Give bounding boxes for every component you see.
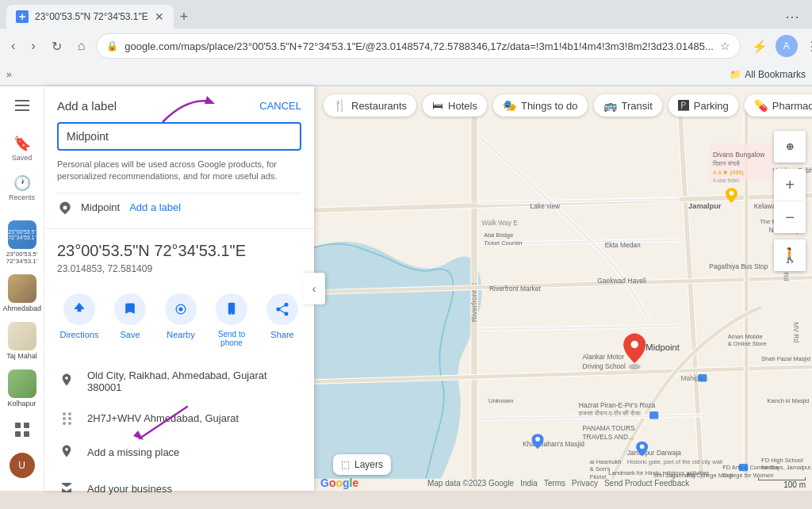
tab-title: 23°00'53.5"N 72°34'53.1"E <box>35 11 148 22</box>
ahmedabad-label: Ahmedabad <box>3 304 41 312</box>
compass-button[interactable]: ⊕ <box>774 131 806 163</box>
browser-chrome: 23°00'53.5"N 72°34'53.1"E ✕ + ⋯ ‹ › ↻ ⌂ … <box>0 0 812 86</box>
saved-place-kolhapur[interactable]: Kolhapur <box>1 366 42 411</box>
map-area[interactable]: Riverfront E <box>314 86 812 491</box>
sidebar-item-saved[interactable]: 🔖 Saved <box>0 130 44 166</box>
address-bar[interactable]: 🔒 google.com/maps/place/23°00'53.5"N+72°… <box>96 33 741 59</box>
send-to-phone-button[interactable]: Send to phone <box>209 293 254 347</box>
zoom-in-button[interactable]: + <box>774 169 806 201</box>
save-icon-circle <box>114 293 146 325</box>
pharmacies-icon: 💊 <box>754 99 768 112</box>
saved-place-ahmedabad[interactable]: Ahmedabad <box>0 271 48 316</box>
svg-text:Aman Mobile: Aman Mobile <box>728 333 763 340</box>
svg-text:4.4 ★ (496): 4.4 ★ (496) <box>713 169 745 176</box>
map-footer: Google Map data ©2023 Google India Terms… <box>314 475 812 491</box>
add-business-item[interactable]: Add your business <box>44 471 314 507</box>
filter-chip-restaurants[interactable]: 🍴 Restaurants <box>324 94 416 117</box>
location-coords-decimal: 23.014853, 72.581409 <box>57 263 301 274</box>
reload-button[interactable]: ↻ <box>47 34 67 59</box>
profile-button[interactable]: A <box>776 35 798 57</box>
menu-button[interactable]: ⋮ <box>801 34 812 59</box>
tajmahal-label: Taj Mahal <box>6 352 37 360</box>
google-logo: Google <box>320 476 358 489</box>
filter-chip-parking[interactable]: 🅿 Parking <box>668 94 738 117</box>
add-business-text: Add your business <box>87 483 172 495</box>
share-icon-circle <box>266 293 298 325</box>
new-tab-button[interactable]: + <box>174 9 195 25</box>
svg-text:Ticket Counter: Ticket Counter <box>484 239 523 247</box>
extensions-button[interactable]: ⚡ <box>747 34 772 59</box>
svg-text:Midpoint: Midpoint <box>645 343 680 352</box>
panel-toggle-button[interactable]: ‹ <box>303 273 325 304</box>
window-minimize-icon[interactable]: ⋯ <box>779 8 806 25</box>
add-business-icon <box>57 480 76 498</box>
parking-icon: 🅿 <box>678 99 689 112</box>
filter-chip-pharmacies[interactable]: 💊 Pharmacies <box>745 94 812 117</box>
avatar-circle: U <box>10 453 35 478</box>
svg-point-11 <box>285 312 289 316</box>
address-bar-row: ‹ › ↻ ⌂ 🔒 google.com/maps/place/23°00'53… <box>0 29 812 63</box>
directions-button[interactable]: Directions <box>57 293 102 347</box>
saved-place-tajmahal[interactable]: Taj Mahal <box>0 319 44 363</box>
add-missing-place-item[interactable]: Add a missing place <box>44 434 314 471</box>
saved-icon: 🔖 <box>13 135 31 152</box>
bookmark-star-icon[interactable]: ☆ <box>720 40 730 52</box>
home-button[interactable]: ⌂ <box>73 34 90 58</box>
tab-close-button[interactable]: ✕ <box>155 10 164 23</box>
hotels-icon: 🛏 <box>432 99 443 112</box>
folder-icon: 📁 <box>730 69 741 80</box>
filter-chip-things-to-do[interactable]: 🎭 Things to do <box>493 94 588 117</box>
location-pin-icon <box>57 373 76 390</box>
nearby-label: Nearby <box>167 330 194 339</box>
street-view-button[interactable]: 🚶 <box>774 239 806 271</box>
map-attribution: Map data ©2023 Google India Terms Privac… <box>427 479 689 488</box>
cancel-button[interactable]: CANCEL <box>259 100 301 112</box>
save-label: Save <box>120 330 140 339</box>
share-icon <box>274 301 290 317</box>
save-button[interactable]: Save <box>108 293 152 347</box>
back-button[interactable]: ‹ <box>6 34 20 58</box>
url-text: google.com/maps/place/23°00'53.5"N+72°34… <box>124 40 714 52</box>
svg-text:Divans Bungalow: Divans Bungalow <box>713 151 765 159</box>
saved-place-coordinates[interactable]: 23°00'53.5' 72°34'53.1' 23°00'53.5' 72°3… <box>0 217 44 268</box>
map-controls: ⊕ + − 🚶 <box>774 131 806 271</box>
svg-point-75 <box>730 191 734 196</box>
zoom-out-button[interactable]: − <box>774 201 806 233</box>
terms-link[interactable]: Terms <box>544 479 565 488</box>
india-text[interactable]: India <box>520 479 538 488</box>
hamburger-menu-button[interactable] <box>6 93 38 118</box>
share-label: Share <box>270 330 293 339</box>
profile-avatar[interactable]: U <box>6 453 38 478</box>
location-info: 23°00'53.5"N 72°34'53.1"E 23.014853, 72.… <box>44 229 314 287</box>
nearby-button[interactable]: Nearby <box>159 293 203 347</box>
svg-point-10 <box>277 307 281 311</box>
share-button[interactable]: Share <box>260 293 304 347</box>
google-apps-button[interactable] <box>6 417 38 442</box>
svg-text:FD Arts & Commerce: FD Arts & Commerce <box>722 464 779 471</box>
svg-text:Hazrat Piran-E-Pir's Roza: Hazrat Piran-E-Pir's Roza <box>579 401 656 409</box>
dialog-title: Add a label <box>57 99 117 113</box>
filter-bar: 🍴 Restaurants 🛏 Hotels 🎭 Things to do 🚌 … <box>314 86 812 124</box>
svg-text:& Son's: & Son's <box>590 465 611 473</box>
svg-text:Jamalpur Darwaja: Jamalpur Darwaja <box>627 449 681 457</box>
kolhapur-thumbnail <box>8 369 36 398</box>
send-feedback-link[interactable]: Send Product Feedback <box>604 479 689 488</box>
layers-icon: ⬚ <box>341 459 350 470</box>
label-input[interactable] <box>57 122 301 151</box>
all-bookmarks-label[interactable]: 📁 All Bookmarks <box>730 69 806 80</box>
svg-text:Khan Jahan's Masjid: Khan Jahan's Masjid <box>523 440 584 448</box>
active-tab[interactable]: 23°00'53.5"N 72°34'53.1"E ✕ <box>6 5 174 29</box>
svg-rect-3 <box>24 431 29 437</box>
svg-text:Driving School: Driving School <box>582 362 626 370</box>
filter-chip-transit[interactable]: 🚌 Transit <box>594 94 662 117</box>
svg-rect-2 <box>15 431 21 437</box>
privacy-link[interactable]: Privacy <box>572 479 598 488</box>
forward-button[interactable]: › <box>26 34 40 58</box>
svg-point-9 <box>285 302 289 306</box>
add-label-link[interactable]: Add a label <box>129 201 181 213</box>
add-missing-place-icon <box>57 444 76 461</box>
layers-button[interactable]: ⬚ Layers <box>333 454 391 475</box>
sidebar-item-recents[interactable]: 🕐 Recents <box>0 170 44 206</box>
directions-label: Directions <box>60 330 99 339</box>
filter-chip-hotels[interactable]: 🛏 Hotels <box>423 94 487 117</box>
